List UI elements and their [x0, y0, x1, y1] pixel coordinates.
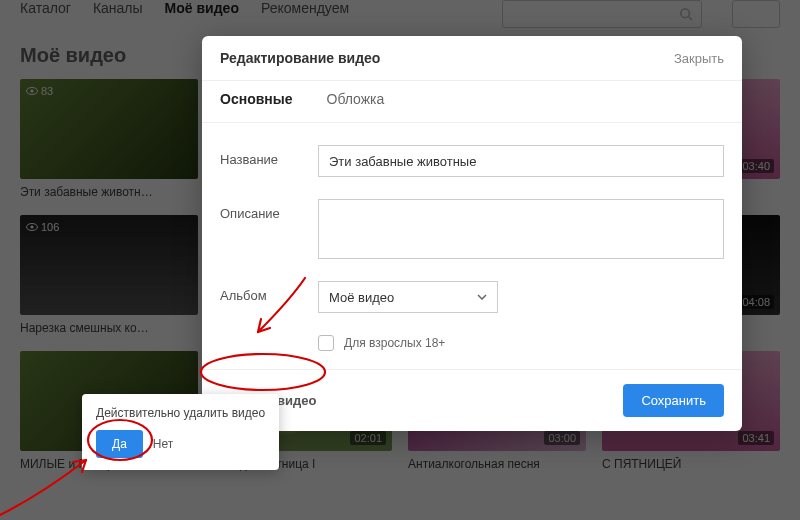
confirm-no-button[interactable]: Нет: [153, 437, 173, 451]
album-select-value: Моё видео: [329, 290, 394, 305]
save-button[interactable]: Сохранить: [623, 384, 724, 417]
modal-body: Название Описание Альбом Моё видео Для в…: [202, 123, 742, 369]
label-description: Описание: [220, 199, 318, 221]
modal-footer: Удалить видео Сохранить: [202, 369, 742, 431]
confirm-yes-button[interactable]: Да: [96, 430, 143, 458]
delete-confirm-popover: Действительно удалить видео Да Нет: [82, 394, 279, 470]
close-button[interactable]: Закрыть: [674, 51, 724, 66]
album-select[interactable]: Моё видео: [318, 281, 498, 313]
label-name: Название: [220, 145, 318, 167]
tab-cover[interactable]: Обложка: [327, 91, 385, 122]
modal-tabs: Основные Обложка: [202, 81, 742, 123]
adult-label: Для взрослых 18+: [344, 336, 445, 350]
modal-header: Редактирование видео Закрыть: [202, 36, 742, 81]
modal-title: Редактирование видео: [220, 50, 380, 66]
name-input[interactable]: [318, 145, 724, 177]
description-input[interactable]: [318, 199, 724, 259]
tab-main[interactable]: Основные: [220, 91, 293, 122]
confirm-text: Действительно удалить видео: [96, 406, 265, 420]
label-album: Альбом: [220, 281, 318, 303]
chevron-down-icon: [477, 294, 487, 300]
adult-checkbox[interactable]: [318, 335, 334, 351]
edit-video-modal: Редактирование видео Закрыть Основные Об…: [202, 36, 742, 431]
